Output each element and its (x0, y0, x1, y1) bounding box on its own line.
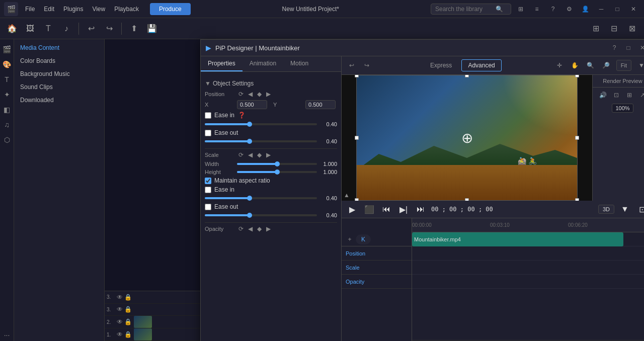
scale-ease-in-slider[interactable] (205, 196, 317, 200)
maintain-ar-checkbox[interactable] (205, 178, 211, 184)
hand-tool[interactable]: ✋ (568, 58, 582, 72)
scale-left-icon[interactable]: ◀ (246, 151, 254, 159)
resize-handle-topcenter[interactable] (465, 75, 469, 77)
width-slider[interactable] (237, 162, 317, 166)
resize-handle-topright[interactable] (575, 75, 579, 77)
sidebar-icon-audio[interactable]: ♫ (1, 119, 13, 131)
advanced-button[interactable]: Advanced (461, 59, 501, 71)
x-input[interactable] (237, 100, 267, 109)
scale-ease-out-checkbox[interactable] (205, 204, 211, 210)
toolbar-icon-redo[interactable]: ↪ (101, 21, 117, 37)
icon-btn-list[interactable]: ≡ (530, 3, 543, 16)
sidebar-icon-transition[interactable]: ◧ (1, 104, 13, 116)
toolbar-icon-grid1[interactable]: ⊞ (588, 21, 604, 37)
panel-item-bgmusic[interactable]: Background Music (14, 67, 104, 80)
express-button[interactable]: Express (424, 59, 458, 71)
height-slider[interactable] (237, 170, 317, 174)
sidebar-icon-more[interactable]: ··· (1, 329, 13, 341)
panel-item-color[interactable]: Color Boards (14, 54, 104, 67)
add-keyframe-icon[interactable]: + (346, 235, 354, 243)
panel-item-sound[interactable]: Sound Clips (14, 80, 104, 94)
position-reset-icon[interactable]: ⟳ (237, 90, 245, 98)
eye-icon4[interactable]: 👁 (117, 331, 123, 338)
eye-icon3[interactable]: 👁 (117, 318, 123, 325)
prev-frame-button[interactable]: ⏮ (380, 203, 393, 216)
pip-help-button[interactable]: ? (609, 43, 619, 53)
resize-handle-bottomleft[interactable] (355, 198, 359, 201)
toolbar-icon-grid2[interactable]: ⊟ (606, 21, 622, 37)
opacity-reset-icon[interactable]: ⟳ (237, 225, 245, 233)
toolbar-icon-grid3[interactable]: ⊠ (624, 21, 640, 37)
icon-btn-settings[interactable]: ⚙ (562, 3, 576, 16)
clip-mountainbiker[interactable]: Mountainbiker.mp4 (412, 232, 623, 246)
toolbar-icon-media[interactable]: 🖼 (22, 21, 38, 37)
scale-right-icon[interactable]: ▶ (264, 151, 272, 159)
panel-item-media[interactable]: Media Content (14, 41, 104, 54)
fit-button[interactable]: Fit (616, 60, 631, 71)
ease-out-checkbox[interactable] (205, 130, 211, 136)
tab-animation[interactable]: Animation (243, 56, 283, 71)
search-input[interactable] (435, 6, 496, 13)
mode-dropdown-icon[interactable]: ▼ (618, 203, 631, 216)
resize-handle-midright[interactable] (575, 136, 579, 140)
sidebar-icon-color[interactable]: 🎨 (1, 58, 13, 70)
menu-file[interactable]: File (21, 4, 39, 15)
lock-icon[interactable]: 🔒 (124, 294, 132, 301)
pip-maximize-button[interactable]: □ (623, 43, 633, 53)
track-label-opacity[interactable]: Opacity (342, 275, 412, 289)
menu-edit[interactable]: Edit (40, 4, 58, 15)
lock-icon2[interactable]: 🔒 (124, 306, 132, 313)
tab-properties[interactable]: Properties (201, 56, 243, 71)
render-full-icon[interactable]: ⊡ (611, 90, 622, 101)
opacity-right-icon[interactable]: ▶ (264, 225, 272, 233)
ease-out-slider[interactable] (205, 139, 317, 143)
object-settings-header[interactable]: ▼ Object Settings (205, 80, 337, 87)
sidebar-icon-effect[interactable]: ✦ (1, 89, 13, 101)
track-label-position[interactable]: Position (342, 246, 412, 261)
ease-in-help-icon[interactable]: ❓ (237, 111, 246, 119)
resize-handle-midleft[interactable] (355, 136, 359, 140)
position-left-icon[interactable]: ◀ (246, 90, 254, 98)
toolbar-icon-home[interactable]: 🏠 (4, 21, 20, 37)
position-right-icon[interactable]: ▶ (264, 90, 272, 98)
lock-icon3[interactable]: 🔒 (124, 318, 132, 325)
scale-ease-in-checkbox[interactable] (205, 187, 211, 193)
scale-diamond-icon[interactable]: ◆ (255, 151, 263, 159)
3d-mode-button[interactable]: 3D (598, 205, 614, 214)
icon-btn-minimize[interactable]: ─ (595, 3, 608, 16)
ease-in-slider[interactable] (205, 122, 317, 126)
opacity-left-icon[interactable]: ◀ (246, 225, 254, 233)
preview-image[interactable]: 🚵 🚴 ⊕ (356, 75, 578, 201)
icon-btn-help[interactable]: ? (546, 3, 559, 16)
icon-btn-maximize[interactable]: □ (611, 3, 624, 16)
produce-button[interactable]: Produce (150, 3, 191, 15)
menu-plugins[interactable]: Plugins (59, 4, 87, 15)
eye-icon2[interactable]: 👁 (117, 306, 123, 313)
undo-button[interactable]: ↩ (346, 59, 358, 71)
toolbar-icon-text[interactable]: T (40, 21, 56, 37)
redo-button[interactable]: ↪ (361, 59, 373, 71)
sidebar-icon-text[interactable]: T (1, 73, 13, 86)
toolbar-icon-save[interactable]: 💾 (144, 21, 160, 37)
zoom-in-tool[interactable]: 🔎 (599, 58, 613, 72)
lock-icon4[interactable]: 🔒 (124, 331, 132, 338)
icon-btn-user[interactable]: 👤 (579, 3, 592, 16)
eye-icon[interactable]: 👁 (117, 294, 123, 301)
render-audio-icon[interactable]: 🔊 (598, 90, 609, 101)
position-diamond-icon[interactable]: ◆ (255, 90, 263, 98)
y-input[interactable] (305, 100, 336, 109)
resize-handle-topleft[interactable] (355, 75, 359, 77)
track-label-scale[interactable]: Scale (342, 261, 412, 275)
render-pip-icon[interactable]: ⊞ (624, 90, 635, 101)
preview-collapse-button[interactable]: ▲ (344, 192, 350, 199)
scale-reset-icon[interactable]: ⟳ (237, 151, 245, 159)
play-button[interactable]: ▶ (346, 203, 359, 216)
keyframe-indicator[interactable]: K (356, 234, 371, 244)
resize-handle-bottomcenter[interactable] (465, 198, 469, 201)
icon-btn-close[interactable]: ✕ (627, 3, 640, 16)
tab-motion[interactable]: Motion (283, 56, 315, 71)
fullscreen-button[interactable]: ⊡ (635, 203, 644, 216)
scale-ease-out-slider[interactable] (205, 213, 317, 217)
fit-dropdown-icon[interactable]: ▼ (634, 58, 644, 72)
sidebar-icon-media[interactable]: 🎬 (1, 43, 13, 55)
